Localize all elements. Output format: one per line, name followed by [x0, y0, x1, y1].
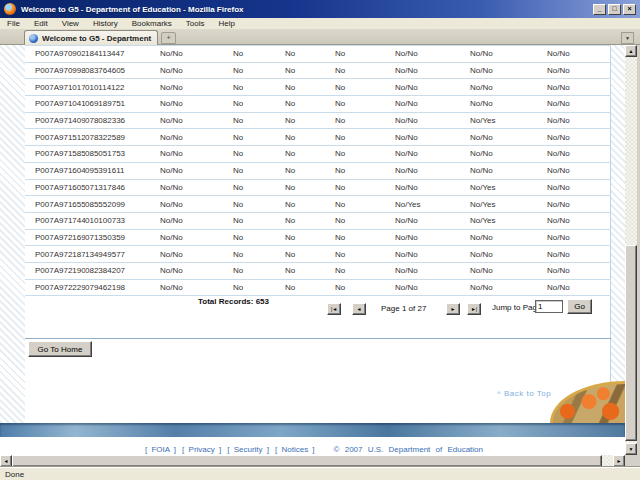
table-cell: No [335, 246, 395, 263]
table-cell: No [233, 229, 285, 246]
table-cell: No/Yes [470, 196, 547, 213]
footer-photo-band [0, 423, 625, 437]
table-cell: No/No [395, 46, 470, 63]
active-tab[interactable]: Welcome to G5 - Department of Edu... [24, 30, 158, 45]
table-cell: No/No [160, 46, 233, 63]
table-cell: No [233, 146, 285, 163]
table-row: P007A971605071317846No/NoNoNoNoNo/NoNo/Y… [25, 179, 611, 196]
table-cell: No [285, 79, 335, 96]
prev-page-button[interactable]: ◄ [352, 303, 366, 315]
scroll-left-icon[interactable]: ◄ [0, 455, 12, 467]
menu-edit[interactable]: Edit [27, 19, 55, 28]
menu-bookmarks[interactable]: Bookmarks [125, 19, 179, 28]
table-cell: No/No [470, 162, 547, 179]
table-cell: No/No [470, 246, 547, 263]
table-cell: No [233, 62, 285, 79]
jump-to-page-input[interactable] [535, 300, 563, 313]
tab-list-dropdown-icon[interactable]: ▼ [621, 32, 634, 44]
new-tab-button[interactable]: + [161, 32, 176, 44]
table-row: P007A972169071350359No/NoNoNoNoNo/NoNo/N… [25, 229, 611, 246]
table-row: P007A972229079462198No/NoNoNoNoNo/NoNo/N… [25, 279, 611, 296]
table-cell: No [233, 162, 285, 179]
table-cell: No/No [470, 96, 547, 113]
table-cell: No [285, 179, 335, 196]
table-cell: No/Yes [470, 112, 547, 129]
last-page-button[interactable]: ►| [467, 303, 481, 315]
table-cell: 083764605 [85, 62, 160, 79]
table-cell: No [285, 229, 335, 246]
table-cell: No/No [395, 212, 470, 229]
browser-window: Welcome to G5 - Department of Education … [0, 0, 640, 480]
table-cell: 010100733 [85, 212, 160, 229]
horizontal-scrollbar-thumb[interactable] [12, 455, 602, 467]
menu-file[interactable]: File [0, 19, 27, 28]
table-cell: No [233, 79, 285, 96]
restore-button[interactable]: □ [608, 4, 621, 15]
go-button[interactable]: Go [567, 299, 592, 314]
go-to-home-button[interactable]: Go To Home [28, 341, 92, 357]
table-cell: No/No [547, 246, 611, 263]
scroll-up-icon[interactable]: ▲ [625, 45, 637, 57]
page-content: P007A970902184113447No/NoNoNoNoNo/NoNo/N… [0, 45, 625, 455]
table-cell: 079462198 [85, 279, 160, 296]
table-cell: 184113447 [85, 46, 160, 63]
table-cell: No/No [547, 212, 611, 229]
copyright-text: © 2007 U.S. Department of Education [334, 445, 483, 454]
table-cell: 069189751 [85, 96, 160, 113]
vertical-scrollbar-thumb[interactable] [625, 245, 637, 441]
table-cell: No [233, 129, 285, 146]
table-cell: No/No [160, 279, 233, 296]
table-cell: No [285, 62, 335, 79]
table-cell: No/No [547, 179, 611, 196]
table-row: P007A971409078082336No/NoNoNoNoNo/NoNo/Y… [25, 112, 611, 129]
table-cell: P007A971017 [25, 79, 85, 96]
vertical-scrollbar[interactable]: ▲ ▼ [625, 45, 637, 455]
menu-view[interactable]: View [55, 19, 86, 28]
back-to-top-link[interactable]: ^ Back to Top [497, 389, 551, 398]
table-cell: 078082336 [85, 112, 160, 129]
scroll-down-icon[interactable]: ▼ [625, 443, 637, 455]
foia-link[interactable]: [ FOIA ] [145, 445, 176, 454]
minimize-button[interactable]: _ [593, 4, 606, 15]
table-cell: P007A971744 [25, 212, 85, 229]
menu-history[interactable]: History [86, 19, 125, 28]
close-button[interactable]: × [623, 4, 636, 15]
menu-help[interactable]: Help [211, 19, 241, 28]
table-cell: 095391611 [85, 162, 160, 179]
privacy-link[interactable]: [ Privacy ] [182, 445, 221, 454]
table-cell: No [233, 96, 285, 113]
table-cell: P007A971585 [25, 146, 85, 163]
first-page-button[interactable]: |◄ [327, 303, 341, 315]
table-cell: No [335, 196, 395, 213]
table-cell: No/No [470, 279, 547, 296]
table-cell: No/No [547, 79, 611, 96]
table-cell: 010114122 [85, 79, 160, 96]
table-cell: No [285, 146, 335, 163]
table-cell: No [335, 179, 395, 196]
table-cell: No/Yes [470, 179, 547, 196]
table-row: P007A971744010100733No/NoNoNoNoNo/NoNo/Y… [25, 212, 611, 229]
scroll-right-icon[interactable]: ► [613, 455, 625, 467]
menu-tools[interactable]: Tools [179, 19, 212, 28]
security-link[interactable]: [ Security ] [227, 445, 269, 454]
table-cell: No/No [395, 62, 470, 79]
table-cell: No [233, 262, 285, 279]
table-cell: No [285, 162, 335, 179]
next-page-button[interactable]: ► [446, 303, 460, 315]
table-cell: No/No [160, 196, 233, 213]
horizontal-scrollbar[interactable]: ◄ ► [0, 455, 625, 467]
notices-link[interactable]: [ Notices ] [275, 445, 315, 454]
table-cell: No/No [470, 46, 547, 63]
table-cell: P007A971604 [25, 162, 85, 179]
window-controls: _ □ × [593, 4, 636, 15]
menu-bar: File Edit View History Bookmarks Tools H… [0, 18, 640, 29]
table-cell: No/No [547, 146, 611, 163]
table-row: P007A971017010114122No/NoNoNoNoNo/NoNo/N… [25, 79, 611, 96]
table-cell: No [285, 129, 335, 146]
table-cell: No [285, 212, 335, 229]
table-cell: No/No [160, 162, 233, 179]
table-cell: No [233, 179, 285, 196]
table-cell: No/No [547, 112, 611, 129]
table-cell: No/No [395, 112, 470, 129]
table-cell: No/No [547, 229, 611, 246]
